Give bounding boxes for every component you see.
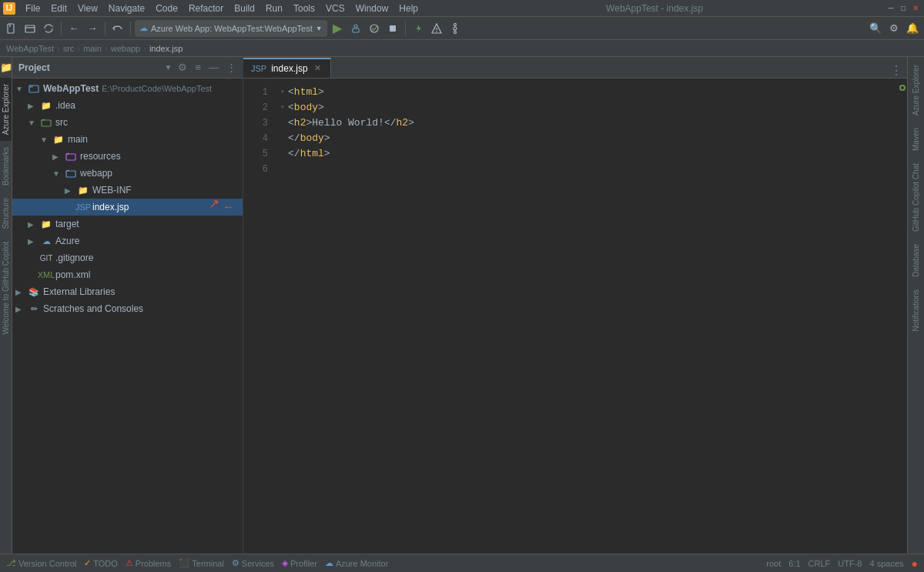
terminal-label: Terminal: [192, 559, 224, 568]
right-copilot-chat[interactable]: GitHub Copilot Chat: [909, 159, 922, 236]
azure-label: Azure: [55, 236, 79, 246]
right-notifications[interactable]: Notifications: [909, 285, 922, 336]
coverage-button[interactable]: [366, 20, 383, 37]
breadcrumb-webapp[interactable]: webapp: [111, 44, 141, 53]
right-azure-explorer[interactable]: Azure Explorer: [909, 60, 922, 120]
editor-with-right: JSP index.jsp ✕ ⋮ 1 2 3 4 5 6 ▾: [243, 57, 924, 554]
tree-gitignore[interactable]: GIT .gitignore: [12, 249, 243, 266]
project-settings-icon[interactable]: ⚙: [178, 62, 187, 73]
main-arrow: ▼: [40, 135, 52, 144]
root-label: WebAppTest: [43, 83, 99, 94]
new-file-button[interactable]: [3, 20, 20, 37]
menu-file[interactable]: File: [20, 2, 45, 15]
breadcrumb-indexjsp[interactable]: index.jsp: [149, 44, 182, 53]
menu-build[interactable]: Build: [229, 2, 260, 15]
terminal-icon: ⬛: [179, 558, 189, 568]
tree-webinf[interactable]: ▶ 📁 WEB-INF: [12, 182, 243, 199]
tree-src[interactable]: ▼ src: [12, 114, 243, 131]
menu-view[interactable]: View: [72, 2, 103, 15]
breadcrumb-project[interactable]: WebAppTest: [6, 44, 54, 53]
menu-run[interactable]: Run: [260, 2, 288, 15]
fold-1[interactable]: ▾: [280, 85, 285, 100]
version-control-button[interactable]: ⎇ Version Control: [3, 554, 79, 572]
fold-2[interactable]: ▾: [280, 100, 285, 115]
menu-help[interactable]: Help: [393, 2, 424, 15]
copilot-side[interactable]: Welcome to GitHub Copilot: [0, 236, 12, 340]
run-button[interactable]: ▶: [329, 20, 346, 37]
bookmarks-side[interactable]: Bookmarks: [0, 141, 12, 192]
power-save-button[interactable]: [410, 20, 427, 37]
tree-idea[interactable]: ▶ 📁 .idea: [12, 97, 243, 114]
tree-main[interactable]: ▼ 📁 main: [12, 131, 243, 148]
forward-button[interactable]: →: [84, 20, 101, 37]
project-collapse-icon[interactable]: —: [209, 62, 219, 73]
src-label: src: [55, 117, 68, 128]
azure-monitor-button[interactable]: ☁ Azure Monitor: [322, 554, 391, 572]
notifications-button[interactable]: 🔔: [904, 20, 921, 37]
svg-point-12: [454, 31, 456, 33]
tree-extlib[interactable]: ▶ 📚 External Libraries: [12, 283, 243, 300]
editor-tab-actions[interactable]: ⋮: [890, 63, 907, 78]
editor-tab-indexjsp[interactable]: JSP index.jsp ✕: [243, 58, 331, 78]
tree-indexjsp[interactable]: JSP index.jsp: [12, 199, 243, 216]
close-button[interactable]: ✕: [910, 3, 921, 14]
back-button[interactable]: ←: [65, 20, 82, 37]
indexjsp-label: index.jsp: [92, 202, 129, 212]
global-search-button[interactable]: 🔍: [867, 20, 884, 37]
run-configuration[interactable]: ☁ Azure Web App: WebAppTest:WebAppTest ▼: [135, 20, 327, 37]
problems-button[interactable]: ⚠ Problems: [122, 554, 174, 572]
indexjsp-icon: JSP: [77, 201, 89, 213]
todo-button[interactable]: ✓ TODO: [81, 554, 121, 572]
terminal-button[interactable]: ⬛ Terminal: [176, 554, 227, 572]
cursor-position[interactable]: 6:1: [785, 554, 803, 572]
tree-resources[interactable]: ▶ resources: [12, 148, 243, 165]
tree-pomxml[interactable]: XML pom.xml: [12, 266, 243, 283]
project-panel-title: Project: [18, 62, 160, 73]
alert-button[interactable]: [428, 20, 445, 37]
open-file-button[interactable]: [22, 20, 38, 37]
menu-navigate[interactable]: Navigate: [103, 2, 150, 15]
azure-arrow: ▶: [28, 237, 40, 246]
right-maven[interactable]: Maven: [909, 123, 922, 156]
menu-vcs[interactable]: VCS: [320, 2, 350, 15]
menu-window[interactable]: Window: [350, 2, 394, 15]
structure-side[interactable]: Structure: [0, 192, 12, 236]
settings-button[interactable]: ⚙: [886, 20, 902, 37]
encoding[interactable]: UTF-8: [835, 554, 865, 572]
profiler-button[interactable]: ◈ Profiler: [279, 554, 320, 572]
tree-target[interactable]: ▶ 📁 target: [12, 216, 243, 232]
menu-tools[interactable]: Tools: [288, 2, 320, 15]
minimize-button[interactable]: ─: [886, 3, 896, 14]
undo-button[interactable]: [109, 20, 126, 37]
svg-rect-2: [25, 25, 35, 32]
project-panel-header: Project ▼ ⚙ ≡ — ⋮: [12, 57, 243, 79]
indent[interactable]: 4 spaces: [867, 554, 907, 572]
stop-button[interactable]: [384, 20, 401, 37]
code-editor[interactable]: ▾ <html> ▾ <body> ▾ <h2>Hello World!</h2…: [274, 79, 898, 554]
right-database[interactable]: Database: [909, 239, 922, 282]
project-sort-icon[interactable]: ≡: [195, 62, 201, 73]
gutter-ok-indicator: [899, 85, 906, 91]
project-toggle[interactable]: 📁: [0, 57, 12, 78]
line-ending[interactable]: CRLF: [805, 554, 834, 572]
menu-code[interactable]: Code: [150, 2, 183, 15]
tree-azure[interactable]: ▶ ☁ Azure: [12, 232, 243, 249]
line-num-5: 5: [243, 146, 268, 162]
menu-edit[interactable]: Edit: [45, 2, 72, 15]
tree-webapp[interactable]: ▼ webapp: [12, 165, 243, 182]
tab-close-button[interactable]: ✕: [313, 62, 323, 74]
breadcrumb-main[interactable]: main: [83, 44, 102, 53]
tree-root[interactable]: ▼ WebAppTest E:\ProductCode\WebAppTest: [12, 80, 243, 97]
tree-scratches[interactable]: ▶ ✏ Scratches and Consoles: [12, 300, 243, 317]
project-options-icon[interactable]: ⋮: [226, 62, 236, 73]
line-num-3: 3: [243, 115, 268, 131]
debug-button[interactable]: [347, 20, 364, 37]
separator-1: [61, 22, 62, 35]
maximize-button[interactable]: □: [898, 3, 909, 14]
git-button[interactable]: [447, 20, 464, 37]
services-button[interactable]: ⚙ Services: [229, 554, 277, 572]
sync-button[interactable]: [40, 20, 57, 37]
breadcrumb-src[interactable]: src: [63, 44, 75, 53]
azure-explorer-side[interactable]: Azure Explorer: [0, 78, 12, 141]
menu-refactor[interactable]: Refactor: [183, 2, 229, 15]
